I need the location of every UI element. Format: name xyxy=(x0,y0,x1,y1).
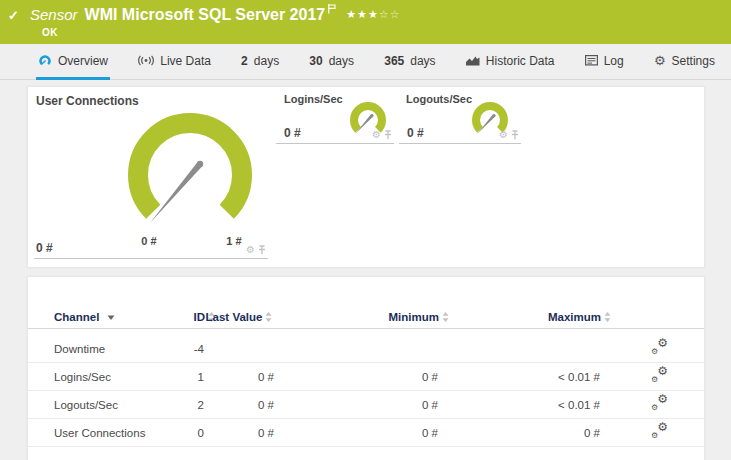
gear-icon[interactable]: ⚙ xyxy=(499,130,508,140)
channel-settings-icon[interactable]: ⚙⚙ xyxy=(651,368,668,383)
sensor-header-bar: ✓ Sensor WMI Microsoft SQL Server 2017 ★… xyxy=(0,0,731,44)
table-row-downtime: Downtime -4 ⚙⚙ xyxy=(28,335,704,363)
channel-name: Logouts/Sec xyxy=(54,399,174,411)
tab-30-days[interactable]: 30 days xyxy=(307,44,356,80)
channel-table: Channel ID Last Value Minimum Maximum Do… xyxy=(28,301,704,447)
channel-name: Downtime xyxy=(54,343,174,355)
sensor-title-line: Sensor WMI Microsoft SQL Server 2017 ★★★… xyxy=(30,6,401,24)
column-header-label: Last Value xyxy=(206,311,263,323)
tab-365-days[interactable]: 365 days xyxy=(382,44,437,80)
tab-number: 30 xyxy=(309,54,322,68)
channel-maximum: < 0.01 # xyxy=(438,371,600,383)
user-connections-gauge xyxy=(126,109,254,225)
sort-desc-icon xyxy=(107,315,115,320)
pin-icon[interactable] xyxy=(511,130,519,140)
channel-id: 2 xyxy=(174,399,204,411)
table-row-logouts-sec: Logouts/Sec 2 0 # 0 # < 0.01 # ⚙⚙ xyxy=(28,391,704,419)
main-gauge-value: 0 # xyxy=(36,241,53,255)
logouts-gauge-actions: ⚙ xyxy=(499,130,519,140)
table-row-user-connections: User Connections 0 0 # 0 # 0 # ⚙⚙ xyxy=(28,419,704,447)
tab-settings[interactable]: ⚙ Settings xyxy=(652,44,717,80)
area-chart-icon xyxy=(466,55,480,66)
logins-value-row: 0 # ⚙ xyxy=(276,123,394,144)
channel-id: -4 xyxy=(174,343,204,355)
logins-gauge-actions: ⚙ xyxy=(372,130,392,140)
main-gauge-title: User Connections xyxy=(36,94,139,108)
logouts-value-row: 0 # ⚙ xyxy=(399,123,521,144)
channel-name: User Connections xyxy=(54,427,174,439)
channel-id: 0 xyxy=(174,427,204,439)
priority-stars-filled: ★★★ xyxy=(346,8,379,20)
main-gauge-value-row: 0 # ⚙ xyxy=(34,239,268,259)
tab-number: 365 xyxy=(384,54,404,68)
tab-label: Historic Data xyxy=(486,54,555,68)
pin-icon[interactable] xyxy=(258,245,266,255)
logins-gauge-title: Logins/Sec xyxy=(284,93,343,105)
tab-label: Settings xyxy=(672,54,715,68)
channel-minimum: 0 # xyxy=(274,371,438,383)
tab-overview[interactable]: Overview xyxy=(36,44,110,80)
column-header-last-value[interactable]: Last Value xyxy=(204,311,274,324)
priority-stars[interactable]: ★★★☆☆ xyxy=(346,8,400,21)
table-row-logins-sec: Logins/Sec 1 0 # 0 # < 0.01 # ⚙⚙ xyxy=(28,363,704,391)
flag-icon[interactable] xyxy=(328,0,336,18)
priority-stars-empty: ☆☆ xyxy=(379,8,401,20)
tab-historic-data[interactable]: Historic Data xyxy=(464,44,557,80)
gauge-icon xyxy=(38,54,52,67)
gear-icon[interactable]: ⚙ xyxy=(372,130,381,140)
column-header-maximum[interactable]: Maximum xyxy=(438,311,611,324)
sensor-kind-label: Sensor xyxy=(30,6,78,23)
main-gauge-actions: ⚙ xyxy=(246,245,266,255)
channel-name: Logins/Sec xyxy=(54,371,174,383)
table-header-row: Channel ID Last Value Minimum Maximum xyxy=(28,301,704,329)
tab-bar: Overview Live Data 2 days 30 days 365 da… xyxy=(0,44,731,80)
tab-label: days xyxy=(410,54,435,68)
logouts-gauge-value: 0 # xyxy=(407,126,424,140)
tab-label: days xyxy=(254,54,279,68)
channel-table-panel: Channel ID Last Value Minimum Maximum Do… xyxy=(27,276,705,460)
column-header-minimum[interactable]: Minimum xyxy=(274,311,449,324)
column-header-label: Minimum xyxy=(389,311,439,323)
gauges-panel: User Connections 0 # 1 # 0 # ⚙ Logins/Se… xyxy=(27,86,705,268)
channel-last-value: 0 # xyxy=(204,371,274,383)
log-list-icon xyxy=(585,55,598,66)
column-header-channel[interactable]: Channel xyxy=(54,311,174,324)
status-ok-check-icon: ✓ xyxy=(8,8,19,23)
gear-icon: ⚙ xyxy=(654,54,666,67)
channel-maximum: < 0.01 # xyxy=(438,399,600,411)
tab-2-days[interactable]: 2 days xyxy=(239,44,281,80)
page-title: WMI Microsoft SQL Server 2017 xyxy=(85,6,326,24)
channel-settings-icon[interactable]: ⚙⚙ xyxy=(651,396,668,411)
tab-label: Log xyxy=(604,54,624,68)
tab-log[interactable]: Log xyxy=(583,44,626,80)
channel-minimum: 0 # xyxy=(274,399,438,411)
sort-both-icon xyxy=(265,312,272,322)
pin-icon[interactable] xyxy=(384,130,392,140)
sort-both-icon xyxy=(604,312,611,322)
logouts-gauge-title: Logouts/Sec xyxy=(406,93,472,105)
channel-minimum: 0 # xyxy=(274,427,438,439)
channel-settings-icon[interactable]: ⚙⚙ xyxy=(651,424,668,439)
channel-settings-icon[interactable]: ⚙⚙ xyxy=(651,340,668,355)
tab-label: days xyxy=(329,54,354,68)
channel-id: 1 xyxy=(174,371,204,383)
broadcast-icon xyxy=(138,55,154,66)
column-header-label: Channel xyxy=(54,311,99,324)
logins-gauge-value: 0 # xyxy=(284,126,301,140)
tab-number: 2 xyxy=(241,54,248,68)
column-header-label: Maximum xyxy=(548,311,601,323)
tab-label: Live Data xyxy=(160,54,211,68)
tab-live-data[interactable]: Live Data xyxy=(136,44,213,80)
channel-last-value: 0 # xyxy=(204,427,274,439)
channel-maximum: 0 # xyxy=(438,427,600,439)
gear-icon[interactable]: ⚙ xyxy=(246,245,255,255)
channel-last-value: 0 # xyxy=(204,399,274,411)
tab-label: Overview xyxy=(58,54,108,68)
status-badge: OK xyxy=(42,27,58,38)
